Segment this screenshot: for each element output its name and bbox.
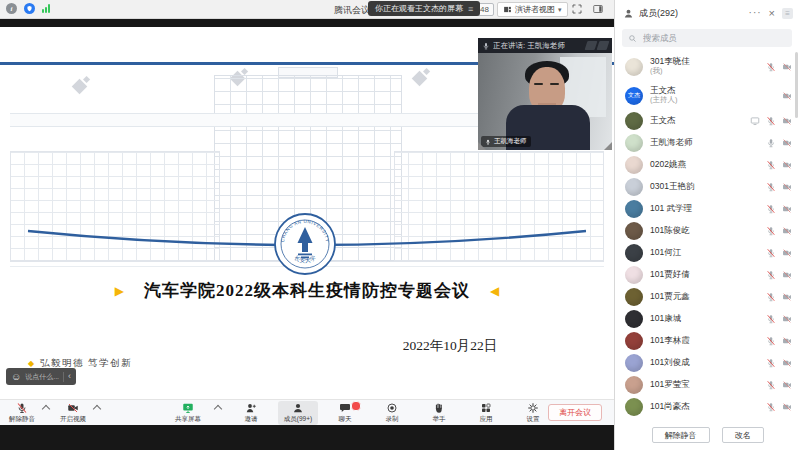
security-shield-icon[interactable] <box>24 3 35 14</box>
mic-on-icon[interactable] <box>766 138 776 148</box>
member-row[interactable]: 0202姚燕 <box>615 154 799 176</box>
mic-muted-icon[interactable] <box>766 292 776 302</box>
video-options-chevron[interactable] <box>93 404 101 412</box>
member-row[interactable]: 王文杰 <box>615 110 799 132</box>
apps-grid-icon <box>480 402 492 414</box>
panel-grip-icon[interactable]: ≡ <box>782 8 793 19</box>
camera-off-icon[interactable] <box>782 204 792 214</box>
collapse-chevron-icon[interactable]: ‹ <box>68 372 71 381</box>
watermark-logo <box>586 41 608 50</box>
member-row[interactable]: 101尚豪杰 <box>615 396 799 418</box>
start-video-button[interactable]: 开启视频 <box>53 401 93 425</box>
close-icon[interactable]: × <box>769 8 775 19</box>
quick-message-bar[interactable]: ☺ 说点什么... ‹ <box>6 368 76 385</box>
mic-muted-icon[interactable] <box>766 160 776 170</box>
avatar <box>625 112 643 130</box>
network-signal-icon[interactable] <box>42 4 50 13</box>
invite-button[interactable]: 邀请 <box>231 401 271 425</box>
info-icon[interactable]: i <box>6 3 17 14</box>
camera-off-icon[interactable] <box>782 270 792 280</box>
title-left-triangle-icon: ▶ <box>115 285 124 297</box>
members-button[interactable]: 成员(99+) <box>278 401 318 425</box>
mic-muted-icon[interactable] <box>766 314 776 324</box>
meeting-toolbar: 解除静音 开启视频 共享屏幕 邀请 <box>0 399 614 425</box>
side-panel-icon[interactable] <box>592 3 604 15</box>
mic-muted-icon[interactable] <box>766 270 776 280</box>
apps-button[interactable]: 应用 <box>466 401 506 425</box>
mic-muted-icon[interactable] <box>766 182 776 192</box>
message-placeholder[interactable]: 说点什么... <box>25 372 59 382</box>
emoji-icon[interactable]: ☺ <box>11 372 21 382</box>
resize-handle[interactable] <box>478 142 486 150</box>
slide-title: 汽车学院2022级本科生疫情防控专题会议 <box>144 279 470 302</box>
member-row[interactable]: 王凯海老师 <box>615 132 799 154</box>
mic-muted-icon[interactable] <box>766 62 776 72</box>
mic-muted-icon[interactable] <box>766 358 776 368</box>
members-icon <box>292 402 304 414</box>
member-row[interactable]: 101何江 <box>615 242 799 264</box>
unmute-all-button[interactable]: 解除静音 <box>652 427 710 443</box>
unmute-button[interactable]: 解除静音 <box>2 401 42 425</box>
member-row[interactable]: 0301王艳韵 <box>615 176 799 198</box>
speaker-video-thumbnail[interactable]: 正在讲话: 王凯海老师 王凯海老师 <box>478 38 612 150</box>
raise-hand-button[interactable]: 举手 <box>419 401 459 425</box>
record-button[interactable]: 录制 <box>372 401 412 425</box>
chat-button[interactable]: 聊天 <box>325 401 365 425</box>
now-speaking-bar: 正在讲话: 王凯海老师 <box>478 38 612 53</box>
mic-muted-icon[interactable] <box>766 336 776 346</box>
camera-off-icon[interactable] <box>782 248 792 258</box>
member-row[interactable]: 101李林霞 <box>615 330 799 352</box>
scrollbar-thumb[interactable] <box>795 52 798 118</box>
share-screen-button[interactable]: 共享屏幕 <box>168 401 208 425</box>
camera-off-icon[interactable] <box>782 62 792 72</box>
avatar <box>625 376 643 394</box>
mic-muted-icon[interactable] <box>766 226 776 236</box>
member-row[interactable]: 101罗莹宝 <box>615 374 799 396</box>
search-input[interactable] <box>641 32 786 44</box>
camera-off-icon[interactable] <box>782 402 792 412</box>
member-search-box[interactable] <box>622 29 792 47</box>
camera-off-icon[interactable] <box>782 160 792 170</box>
member-row[interactable]: 301李晓佳 (我) <box>615 52 799 81</box>
member-row[interactable]: 101 武学理 <box>615 198 799 220</box>
mic-muted-icon[interactable] <box>766 204 776 214</box>
mic-muted-icon[interactable] <box>766 248 776 258</box>
camera-off-icon[interactable] <box>782 380 792 390</box>
slide-title-row: ▶ 汽车学院2022级本科生疫情防控专题会议 ◀ <box>30 279 584 302</box>
member-row[interactable]: 101康城 <box>615 308 799 330</box>
motto-diamond-icon: ◆ <box>28 359 34 368</box>
member-row[interactable]: 101刘俊成 <box>615 352 799 374</box>
camera-off-icon[interactable] <box>782 314 792 324</box>
member-row[interactable]: 文杰 王文杰 (主持人) <box>615 81 799 110</box>
camera-off-icon[interactable] <box>782 226 792 236</box>
share-options-chevron[interactable] <box>214 404 222 412</box>
member-name: 101刘俊成 <box>650 358 690 368</box>
view-mode-button[interactable]: 演讲者视图 ▾ <box>497 2 568 17</box>
person-icon <box>623 8 634 19</box>
mic-muted-icon[interactable] <box>766 116 776 126</box>
camera-off-icon[interactable] <box>782 116 792 126</box>
mic-muted-icon[interactable] <box>766 380 776 390</box>
camera-off-icon[interactable] <box>782 336 792 346</box>
more-options-icon[interactable]: ··· <box>749 8 762 18</box>
camera-off-icon[interactable] <box>782 138 792 148</box>
settings-button[interactable]: 设置 <box>513 401 553 425</box>
member-row[interactable]: 101贾好倩 <box>615 264 799 286</box>
fullscreen-icon[interactable] <box>571 3 583 15</box>
rename-button[interactable]: 改名 <box>722 427 764 443</box>
leave-meeting-button[interactable]: 离开会议 <box>548 404 602 421</box>
member-name: 101尚豪杰 <box>650 402 690 412</box>
resize-handle[interactable] <box>604 142 612 150</box>
camera-off-icon[interactable] <box>782 182 792 192</box>
camera-off-icon[interactable] <box>782 358 792 368</box>
mic-options-chevron[interactable] <box>42 404 50 412</box>
avatar <box>625 222 643 240</box>
member-row[interactable]: 101贾元鑫 <box>615 286 799 308</box>
camera-off-icon[interactable] <box>782 292 792 302</box>
camera-off-icon[interactable] <box>782 91 792 101</box>
mic-muted-icon[interactable] <box>766 402 776 412</box>
camera-off-icon <box>67 402 79 414</box>
avatar <box>625 354 643 372</box>
member-row[interactable]: 101陈俊屹 <box>615 220 799 242</box>
tooltip-menu-icon[interactable]: ≡ <box>468 4 473 14</box>
